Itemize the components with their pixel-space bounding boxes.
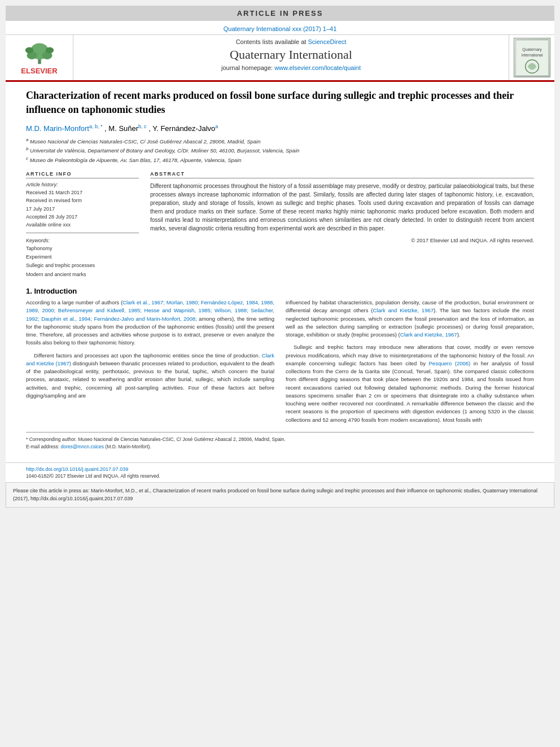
intro-col-left: According to a large number of authors (…: [26, 299, 274, 429]
elsevier-brand-text: ELSEVIER: [21, 67, 57, 75]
email-link[interactable]: dores@mncn.csices: [60, 444, 104, 449]
journal-center: Contents lists available at ScienceDirec…: [73, 35, 509, 80]
journal-logo-box: Quaternary International: [509, 35, 554, 80]
svg-point-4: [25, 47, 33, 54]
email-suffix: (M.D. Marin-Monfort).: [105, 444, 151, 449]
footnote-divider: [26, 432, 534, 433]
intro-body: According to a large number of authors (…: [26, 299, 534, 429]
intro-p2: Different factors and processes act upon…: [26, 352, 274, 400]
svg-text:International: International: [521, 53, 542, 57]
science-direct-link[interactable]: ScienceDirect: [308, 38, 346, 45]
citation-box: Please cite this article in press as: Ma…: [6, 482, 554, 508]
author-3: , Y. Fernández-Jalvo: [148, 125, 215, 133]
ref-pesquero[interactable]: Pesquero (2006): [429, 360, 471, 366]
article-info-title: ARTICLE INFO: [26, 171, 139, 178]
footnotes: * Corresponding author. Museo Nacional d…: [26, 436, 534, 451]
svg-rect-6: [515, 40, 549, 76]
authors-line: M.D. Marin-Monforta, b, * , M. Suñerb, c…: [26, 124, 534, 133]
journal-top-bar: ELSEVIER Contents lists available at Sci…: [6, 34, 554, 80]
homepage-link[interactable]: www.elsevier.com/locate/quaint: [274, 64, 361, 71]
keywords-items: Taphonomy Experiment Sullegic and trephi…: [26, 244, 139, 279]
intro-p3: influenced by habitat characteristics, p…: [286, 299, 534, 339]
intro-col-right: influenced by habitat characteristics, p…: [286, 299, 534, 429]
article-content: Characterization of recent marks produce…: [6, 82, 554, 457]
history-items: Received 31 March 2017 Received in revis…: [26, 189, 139, 229]
author-1-sup: a, b, *: [89, 124, 103, 129]
svg-point-5: [45, 47, 53, 54]
author-2-sup: b, c: [138, 124, 147, 129]
author-3-sup: a: [215, 124, 218, 129]
journal-title: Quaternary International: [79, 47, 503, 62]
abstract-title: ABSTRACT: [150, 171, 534, 178]
elsevier-logo: ELSEVIER: [6, 35, 73, 80]
article-title: Characterization of recent marks produce…: [26, 89, 534, 117]
affiliations: a Museo Nacional de Ciencias Naturales-C…: [26, 137, 534, 164]
ref-clark-kietzke-3[interactable]: Clark and Kietzke, 1967: [400, 331, 457, 338]
citation-text: Please cite this article in press as: Ma…: [13, 488, 537, 501]
keywords-label: Keywords:: [26, 238, 139, 243]
history-label: Article history:: [26, 182, 139, 187]
copyright: © 2017 Elsevier Ltd and INQUA. All right…: [150, 237, 534, 243]
journal-logo-image: Quaternary International: [514, 38, 550, 77]
ref-behrensmeyer[interactable]: Behrensmeyer and Kidwell, 1985; Hesse an…: [58, 307, 212, 313]
email-label: E-mail address:: [26, 444, 59, 449]
journal-homepage: journal homepage: www.elsevier.com/locat…: [79, 64, 503, 71]
journal-citation: Quaternary International xxx (2017) 1–41: [6, 25, 554, 32]
homepage-label: journal homepage:: [221, 64, 273, 71]
info-abstract-section: ARTICLE INFO Article history: Received 3…: [26, 171, 534, 279]
star-footnote: * Corresponding author. Museo Nacional d…: [26, 436, 286, 442]
science-direct-label: Contents lists available at: [236, 38, 307, 45]
abstract-text: Different taphonomic processes throughou…: [150, 182, 534, 233]
intro-p1: According to a large number of authors (…: [26, 299, 274, 347]
affil-b: Universitat de València, Departament of …: [30, 147, 299, 154]
svg-text:Quaternary: Quaternary: [522, 47, 542, 52]
ref-clark-1967[interactable]: Clark et al., 1967;: [123, 299, 165, 305]
article-in-press-banner: ARTICLE IN PRESS: [6, 6, 554, 21]
intro-p4: Sullegic and trephic factors may introdu…: [286, 343, 534, 424]
ref-clark-kietzke-2[interactable]: Clark and Kietzke, 1967: [373, 307, 434, 313]
ref-clark-kietzke[interactable]: Clark and Kietzke (1967): [26, 352, 274, 366]
intro-section-title: 1. Introduction: [26, 287, 534, 295]
affil-a: Museo Nacional de Ciencias Naturales-CSI…: [30, 138, 260, 145]
affil-c: Museo de Paleontología de Alpuente, Av. …: [30, 157, 242, 163]
elsevier-tree-icon: [20, 40, 59, 65]
author-2: , M. Suñer: [104, 125, 138, 133]
info-divider: [26, 233, 139, 233]
article-info-col: ARTICLE INFO Article history: Received 3…: [26, 171, 139, 279]
journal-header: Quaternary International xxx (2017) 1–41…: [6, 21, 554, 81]
page-footer: http://dx.doi.org/10.1016/j.quaint.2017.…: [6, 462, 554, 482]
abstract-col: ABSTRACT Different taphonomic processes …: [150, 171, 534, 279]
science-direct-info: Contents lists available at ScienceDirec…: [79, 38, 503, 45]
issn-text: 1040-6182/© 2017 Elsevier Ltd and INQUA.…: [26, 473, 534, 479]
author-1: M.D. Marin-Monfort: [26, 125, 89, 133]
doi-link[interactable]: http://dx.doi.org/10.1016/j.quaint.2017.…: [26, 466, 534, 472]
